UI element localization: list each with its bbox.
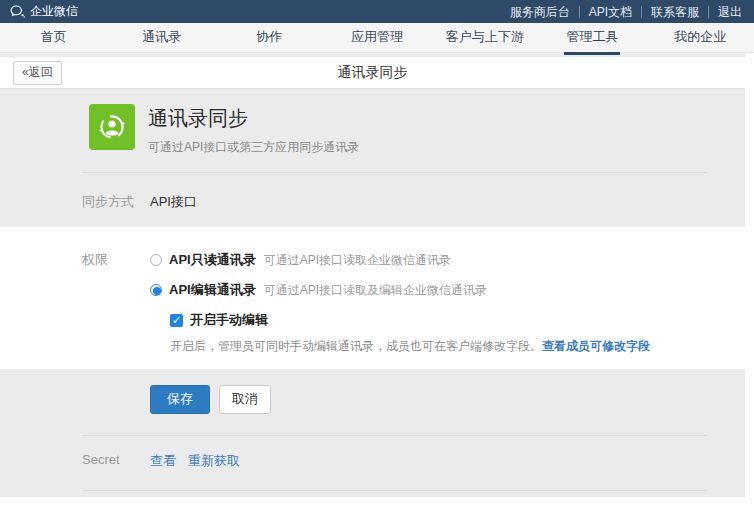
app-subtitle: 可通过API接口或第三方应用同步通讯录 xyxy=(148,139,359,156)
sync-method-label: 同步方式 xyxy=(82,193,150,211)
permissions-row: 权限 API只读通讯录 可通过API接口读取企业微信通讯录 API编辑通讯录 可… xyxy=(0,251,745,355)
radio-icon xyxy=(150,254,162,266)
subheader: 通讯录同步 «返回 xyxy=(0,57,745,89)
link-service-provider[interactable]: 服务商后台 xyxy=(501,6,579,18)
radio-checked-icon xyxy=(150,284,162,296)
tab-collaboration[interactable]: 协作 xyxy=(215,23,323,52)
sync-method-row: 同步方式 API接口 xyxy=(0,173,745,227)
sync-method-value: API接口 xyxy=(150,193,197,211)
contact-sync-icon xyxy=(89,104,135,150)
action-buttons: 保存 取消 xyxy=(0,369,745,414)
tab-contacts[interactable]: 通讯录 xyxy=(108,23,216,52)
link-api-docs[interactable]: API文档 xyxy=(579,6,641,18)
main-nav: 首页 通讯录 协作 应用管理 客户与上下游 管理工具 我的企业 xyxy=(0,23,754,53)
manual-edit-desc: 开启后，管理员可同时手动编辑通讯录，成员也可在客户端修改字段。查看成员可修改字段 xyxy=(170,338,650,355)
link-logout[interactable]: 退出 xyxy=(708,6,744,18)
secret-label: Secret xyxy=(82,452,150,467)
save-button[interactable]: 保存 xyxy=(150,385,210,414)
brand-label: 企业微信 xyxy=(30,3,78,20)
secret-row: Secret 查看 重新获取 xyxy=(0,436,745,490)
manual-edit-block: ✓ 开启手动编辑 开启后，管理员可同时手动编辑通讯录，成员也可在客户端修改字段。… xyxy=(170,311,650,355)
brand[interactable]: 企业微信 xyxy=(10,3,78,20)
chat-bubble-icon xyxy=(10,5,25,18)
tab-management-tools[interactable]: 管理工具 xyxy=(539,23,647,52)
tab-customers-updownstream[interactable]: 客户与上下游 xyxy=(431,23,539,52)
cancel-button[interactable]: 取消 xyxy=(219,385,271,414)
app-header: 通讯录同步 可通过API接口或第三方应用同步通讯录 xyxy=(0,89,745,156)
permissions-section: 权限 API只读通讯录 可通过API接口读取企业微信通讯录 API编辑通讯录 可… xyxy=(0,227,745,369)
app-title: 通讯录同步 xyxy=(148,105,359,132)
secret-view-link[interactable]: 查看 xyxy=(150,452,176,470)
topbar-links: 服务商后台 API文档 联系客服 退出 xyxy=(501,6,744,18)
tab-home[interactable]: 首页 xyxy=(0,23,108,52)
checkbox-checked-icon: ✓ xyxy=(170,314,183,327)
back-button[interactable]: «返回 xyxy=(13,61,62,85)
permissions-label: 权限 xyxy=(82,251,150,269)
tab-my-company[interactable]: 我的企业 xyxy=(646,23,754,52)
radio-api-readonly[interactable]: API只读通讯录 可通过API接口读取企业微信通讯录 xyxy=(150,251,650,269)
page-title: 通讯录同步 xyxy=(0,64,745,82)
view-editable-fields-link[interactable]: 查看成员可修改字段 xyxy=(542,339,650,353)
tab-app-management[interactable]: 应用管理 xyxy=(323,23,431,52)
manual-edit-checkbox[interactable]: ✓ 开启手动编辑 xyxy=(170,311,650,329)
radio-api-edit[interactable]: API编辑通讯录 可通过API接口读取及编辑企业微信通讯录 xyxy=(150,281,650,299)
content-area: 通讯录同步 可通过API接口或第三方应用同步通讯录 同步方式 API接口 权限 … xyxy=(0,89,745,497)
trusted-ip-row: 企业可信IP 未配置 配置 仅所配IP可通过接口获取企业数据 xyxy=(0,491,745,497)
link-contact-support[interactable]: 联系客服 xyxy=(641,6,708,18)
secret-refresh-link[interactable]: 重新获取 xyxy=(188,452,240,470)
